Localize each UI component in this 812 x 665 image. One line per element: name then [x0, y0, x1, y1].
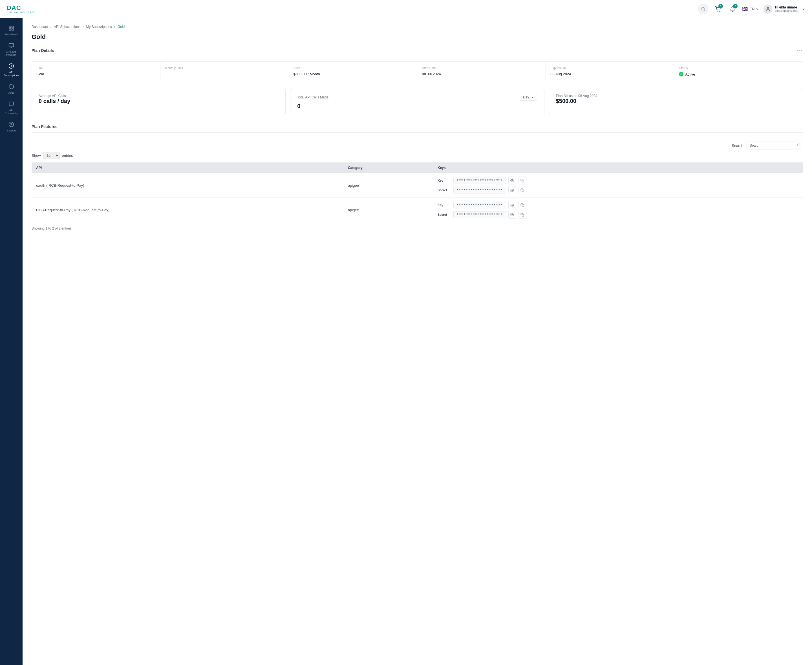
chevron-down-icon [802, 7, 805, 11]
page-title: Gold [31, 33, 803, 41]
logo: DAC DIGITAL APICRAFT [7, 4, 36, 13]
show-entries-row: Show 10 25 50 100 entries [31, 152, 803, 159]
total-calls-card: Total API Calls Made Day 0 [290, 88, 544, 115]
plan-col-value: Gold [36, 72, 156, 76]
period-selector[interactable]: Day [520, 94, 537, 101]
key-value: ******************** [453, 201, 506, 208]
plan-details-menu[interactable]: ··· [797, 48, 803, 53]
search-row: Search: [31, 142, 803, 149]
sidebar-item-label: Support [7, 129, 16, 132]
notify-badge: 0 [733, 4, 738, 8]
secret-copy-button[interactable] [519, 211, 526, 219]
user-name: Hi ekta umare [775, 5, 800, 9]
plan-col-value: 08 Jul 2024 [422, 72, 541, 76]
api-name: RCB-Request-to-Pay ( RCB-Request-to-Pay) [31, 198, 344, 222]
sidebar-item-apis[interactable]: APIs and Products [1, 40, 21, 59]
api-category: apigee [344, 173, 433, 198]
svg-point-13 [512, 180, 512, 181]
sidebar-item-label: API Subscriptions [3, 71, 19, 77]
sidebar-item-label: API Community [3, 109, 19, 115]
search-input[interactable] [747, 142, 803, 149]
plan-details-title: Plan Details [31, 48, 54, 53]
flag-icon: 🇬🇧 [742, 6, 748, 12]
sidebar-item-apps[interactable]: Apps [1, 81, 21, 97]
secret-view-button[interactable] [508, 186, 516, 194]
apps-icon [8, 84, 14, 90]
show-label: Show [31, 154, 41, 158]
logo-text: DAC [7, 4, 36, 11]
plan-features-section: Plan Features [31, 124, 803, 133]
entries-label: entries [62, 154, 73, 158]
key-label: Key [437, 203, 451, 207]
plan-col-expires-on: Expires On 08 Aug 2024 [546, 62, 674, 81]
search-label: Search: [732, 144, 744, 148]
plan-col-start-date: Start Date 08 Jul 2024 [417, 62, 546, 81]
svg-point-0 [702, 7, 704, 10]
breadcrumb-dashboard[interactable]: Dashboard [31, 25, 48, 29]
cart-button[interactable]: 0 [713, 4, 723, 14]
sidebar-item-subscriptions[interactable]: API Subscriptions [1, 61, 21, 80]
table-row: oauth ( RCB-Request-to-Pay) apigee Key *… [31, 173, 803, 198]
sidebar-item-community[interactable]: API Community [1, 98, 21, 118]
api-category: apigee [344, 198, 433, 222]
svg-rect-4 [9, 26, 11, 28]
secret-copy-button[interactable] [519, 186, 526, 194]
apis-icon [8, 43, 14, 49]
plan-col-label: Plan [36, 66, 156, 70]
plan-col-label: Start Date [422, 66, 541, 70]
api-keys: Key ******************** Secret ****** [433, 173, 803, 198]
key-label: Key [437, 179, 451, 182]
col-category: Category [344, 162, 433, 173]
breadcrumb-api-subscriptions[interactable]: API Subscriptions [54, 25, 81, 29]
search-button[interactable] [698, 4, 708, 14]
key-value: ******************** [453, 177, 506, 184]
status-text: Active [685, 72, 695, 77]
svg-point-15 [512, 190, 512, 190]
plan-bill-label: Plan Bill as on 08 Aug 2024 [556, 94, 796, 98]
sidebar: Dashboard APIs and Products API Subscrip… [0, 18, 23, 665]
key-view-button[interactable] [508, 177, 516, 184]
plan-col-price: Price $500.00 / Month [289, 62, 417, 81]
sidebar-item-dashboard[interactable]: Dashboard [1, 23, 21, 39]
avg-calls-card: Average API Calls 0 calls / day [31, 88, 286, 115]
plan-features-header: Plan Features [31, 124, 803, 133]
key-view-button[interactable] [508, 201, 516, 209]
plan-bill-card: Plan Bill as on 08 Aug 2024 $500.00 [549, 88, 803, 115]
search-input-wrap [747, 142, 803, 149]
col-keys: Keys [433, 162, 803, 173]
plan-col-value: 08 Aug 2024 [550, 72, 670, 76]
language-selector[interactable]: 🇬🇧 EN [742, 6, 759, 12]
cart-badge: 0 [719, 4, 723, 8]
user-menu[interactable]: Hi ekta umare ekta.u+pconsume... [763, 5, 805, 13]
avatar [763, 5, 773, 13]
main-content: Dashboard › API Subscriptions › My Subsc… [23, 18, 812, 665]
key-copy-button[interactable] [519, 201, 526, 209]
svg-point-2 [720, 11, 720, 11]
api-keys: Key ******************** Secret ****** [433, 198, 803, 222]
plan-col-label: Monthly Limit [165, 66, 284, 70]
plan-col-value: $500.00 / Month [293, 72, 413, 76]
secret-row: Secret ******************** [437, 211, 799, 219]
api-name: oauth ( RCB-Request-to-Pay) [31, 173, 344, 198]
sidebar-item-support[interactable]: Support [1, 119, 21, 135]
svg-rect-7 [9, 29, 11, 31]
total-calls-label: Total API Calls Made [297, 95, 329, 99]
svg-rect-5 [12, 26, 13, 28]
notifications-button[interactable]: 0 [727, 4, 738, 14]
svg-point-17 [512, 205, 512, 205]
key-copy-button[interactable] [519, 177, 526, 184]
avg-calls-label: Average API Calls [39, 94, 278, 98]
secret-value: ******************** [453, 187, 506, 193]
svg-rect-18 [522, 205, 524, 206]
key-row: Key ******************** [437, 201, 799, 209]
breadcrumb: Dashboard › API Subscriptions › My Subsc… [31, 25, 803, 29]
breadcrumb-my-subscriptions[interactable]: My Subscriptions [86, 25, 112, 29]
user-email: ekta.u+pconsume... [775, 9, 800, 12]
secret-view-button[interactable] [508, 211, 516, 219]
svg-rect-20 [522, 214, 524, 216]
svg-point-12 [797, 144, 800, 146]
entries-select[interactable]: 10 25 50 100 [43, 152, 60, 159]
sidebar-item-label: Dashboard [5, 33, 18, 36]
plan-col-label: Status [679, 66, 798, 70]
plan-col-label: Expires On [550, 66, 670, 70]
